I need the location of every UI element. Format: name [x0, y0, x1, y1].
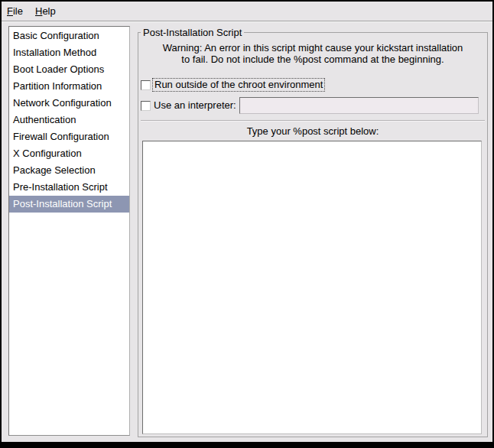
menu-file[interactable]: File	[5, 5, 24, 18]
chroot-checkbox[interactable]	[141, 80, 151, 90]
horizontal-separator	[141, 120, 485, 122]
sidebar-item-pre-installation-script[interactable]: Pre-Installation Script	[9, 179, 129, 196]
menu-file-mnemonic: F	[7, 5, 13, 17]
sidebar-item-authentication[interactable]: Authentication	[9, 112, 129, 128]
warning-line-2: to fail. Do not include the %post comman…	[138, 54, 487, 65]
script-label: Type your %post script below:	[138, 125, 487, 137]
menu-help-mnemonic: H	[35, 5, 42, 17]
menu-file-label: ile	[13, 5, 23, 17]
sidebar-item-post-installation-script[interactable]: Post-Installation Script	[9, 196, 129, 213]
sidebar-item-installation-method[interactable]: Installation Method	[9, 44, 129, 61]
menu-help[interactable]: Help	[34, 5, 57, 18]
chroot-checkbox-row: Run outside of the chroot environment	[141, 77, 325, 93]
post-script-textarea[interactable]	[142, 141, 482, 434]
warning-text: Warning: An error in this script might c…	[138, 42, 487, 65]
interpreter-checkbox[interactable]	[141, 101, 151, 111]
chroot-checkbox-label[interactable]: Run outside of the chroot environment	[152, 78, 325, 92]
sidebar-item-x-configuration[interactable]: X Configuration	[9, 145, 129, 162]
category-list: Basic Configuration Installation Method …	[8, 26, 130, 436]
menu-bar: File Help	[2, 2, 492, 21]
post-installation-script-frame: Post-Installation Script Warning: An err…	[138, 32, 488, 437]
sidebar-item-basic-configuration[interactable]: Basic Configuration	[9, 28, 129, 44]
sidebar-item-boot-loader-options[interactable]: Boot Loader Options	[9, 61, 129, 78]
frame-title: Post-Installation Script	[141, 27, 244, 38]
warning-line-1: Warning: An error in this script might c…	[138, 42, 487, 54]
menu-help-label: elp	[42, 5, 55, 17]
interpreter-checkbox-row: Use an interpreter:	[141, 98, 236, 113]
sidebar-item-network-configuration[interactable]: Network Configuration	[9, 95, 129, 112]
sidebar-item-package-selection[interactable]: Package Selection	[9, 162, 129, 179]
interpreter-input[interactable]	[239, 97, 479, 114]
sidebar-item-partition-information[interactable]: Partition Information	[9, 78, 129, 95]
kickstart-configurator-window: File Help Basic Configuration Installati…	[0, 0, 494, 448]
sidebar-item-firewall-configuration[interactable]: Firewall Configuration	[9, 128, 129, 145]
menubar-separator	[2, 21, 492, 22]
interpreter-checkbox-label[interactable]: Use an interpreter:	[154, 99, 236, 112]
